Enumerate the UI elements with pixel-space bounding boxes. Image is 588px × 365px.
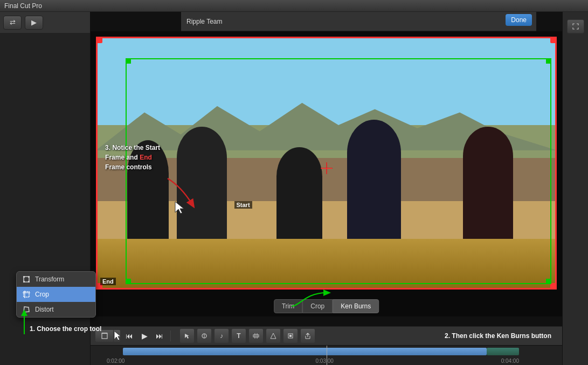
viewer-area: End Start 3. Notice the Start Frame and … [91, 31, 562, 316]
generator-tool[interactable] [248, 328, 264, 343]
tab-trim[interactable]: Trim [274, 299, 303, 313]
left-panel-toolbar: ⇄ ▶ [0, 12, 90, 33]
transform-tools: ▼ [95, 329, 121, 342]
audio-tool[interactable]: ♪ [214, 328, 229, 343]
play-small-btn[interactable]: ▶ [25, 16, 43, 30]
center-viewer: Ripple Team 43% Done [91, 12, 562, 365]
transform-icon [22, 275, 31, 284]
context-menu: Transform Crop Distort [16, 271, 96, 318]
swap-icon-btn[interactable]: ⇄ [3, 16, 22, 30]
svg-marker-21 [271, 333, 276, 339]
title-bar: Final Cut Pro [0, 0, 588, 12]
svg-rect-3 [23, 281, 25, 283]
done-button[interactable]: Done [506, 14, 532, 26]
crop-tool-btn[interactable] [95, 329, 113, 342]
menu-item-crop[interactable]: Crop [17, 287, 95, 302]
go-to-start-btn[interactable]: ⏮ [123, 329, 136, 342]
go-to-end-btn[interactable]: ⏭ [153, 329, 166, 342]
audio-waveform [487, 348, 519, 355]
menu-item-transform[interactable]: Transform [17, 272, 95, 287]
right-panel [562, 12, 588, 365]
crop-icon [22, 290, 31, 299]
playhead [327, 346, 327, 365]
svg-rect-18 [253, 335, 259, 337]
video-frame: End Start 3. Notice the Start Frame and … [96, 37, 557, 290]
svg-rect-2 [28, 276, 30, 278]
menu-item-distort[interactable]: Distort [17, 302, 95, 317]
svg-rect-23 [289, 335, 292, 337]
tl-tools: ♪ T [179, 328, 315, 343]
inspector-tool[interactable] [283, 328, 298, 343]
left-panel: ⇄ ▶ Transform [0, 12, 91, 365]
time-end: 0:04:00 [501, 358, 519, 364]
header-bar: Ripple Team 43% [181, 12, 536, 31]
right-panel-tools [565, 16, 586, 37]
menu-item-transform-label: Transform [35, 276, 64, 283]
svg-rect-13 [102, 333, 107, 339]
time-mid: 0:03:00 [316, 358, 334, 364]
time-start: 0:02:00 [107, 358, 124, 364]
dropdown-arrow[interactable]: ▼ [113, 329, 121, 342]
distort-icon [22, 305, 31, 314]
video-clip [123, 348, 487, 355]
keyer-tool[interactable] [266, 328, 281, 343]
fullscreen-btn[interactable] [567, 19, 584, 33]
menu-item-distort-label: Distort [35, 306, 54, 313]
crop-tabs-container: Trim Crop Ken Burns [274, 299, 379, 313]
timeline-track: 0:02:00 0:03:00 0:04:00 [91, 346, 562, 365]
svg-marker-8 [24, 307, 29, 312]
svg-rect-1 [23, 276, 25, 278]
play-btn[interactable]: ▶ [138, 329, 151, 342]
blade-tool[interactable] [197, 328, 212, 343]
menu-item-crop-label: Crop [35, 291, 49, 298]
step2-annotation: 2. Then click the Ken Burns button [445, 332, 551, 340]
people-area [119, 113, 534, 252]
pointer-tool[interactable] [179, 328, 195, 343]
ground [96, 239, 557, 290]
svg-rect-4 [28, 281, 30, 283]
tab-crop[interactable]: Crop [302, 299, 333, 313]
titles-tool[interactable]: T [231, 328, 246, 343]
tab-ken-burns[interactable]: Ken Burns [333, 299, 379, 313]
separator1 [170, 330, 171, 341]
panel-title: Ripple Team [186, 18, 222, 25]
app-title: Final Cut Pro [4, 2, 42, 10]
timeline-toolbar: ▼ ⏮ ▶ ⏭ ♪ T [91, 326, 562, 346]
share-tool[interactable] [300, 328, 315, 343]
main-layout: ⇄ ▶ Transform [0, 12, 588, 365]
